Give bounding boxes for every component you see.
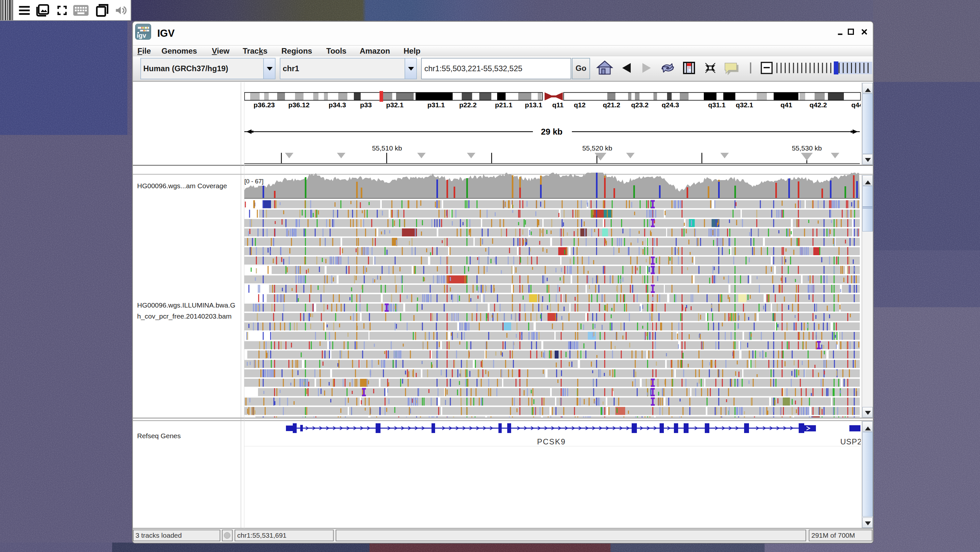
svg-text:q11: q11 <box>552 101 563 108</box>
svg-text:p34.3: p34.3 <box>329 101 346 108</box>
svg-text:29 kb: 29 kb <box>541 127 563 137</box>
svg-text:q32.1: q32.1 <box>736 101 753 108</box>
svg-text:q41: q41 <box>781 101 792 108</box>
svg-text:igv: igv <box>137 32 146 39</box>
svg-text:p21.1: p21.1 <box>495 101 512 108</box>
svg-text:p32.1: p32.1 <box>386 101 404 108</box>
svg-text:55,530 kb: 55,530 kb <box>792 144 822 152</box>
svg-text:q44: q44 <box>851 101 861 108</box>
svg-text:55,510 kb: 55,510 kb <box>372 144 402 152</box>
svg-text:p31.1: p31.1 <box>427 101 445 108</box>
svg-text:q31.1: q31.1 <box>708 101 725 108</box>
svg-text:p22.2: p22.2 <box>459 101 477 108</box>
svg-text:q42.2: q42.2 <box>810 101 827 108</box>
svg-text:q12: q12 <box>574 101 585 108</box>
svg-text:55,520 kb: 55,520 kb <box>582 144 612 152</box>
svg-text:p13.1: p13.1 <box>525 101 542 108</box>
svg-text:q24.3: q24.3 <box>662 101 679 108</box>
svg-text:USP24: USP24 <box>840 437 861 446</box>
svg-text:p33: p33 <box>360 101 372 108</box>
svg-text:p36.12: p36.12 <box>288 101 309 108</box>
svg-text:q21.2: q21.2 <box>603 101 620 108</box>
svg-text:PCSK9: PCSK9 <box>537 437 566 446</box>
svg-text:q23.2: q23.2 <box>631 101 649 108</box>
svg-text:p36.23: p36.23 <box>253 101 275 108</box>
